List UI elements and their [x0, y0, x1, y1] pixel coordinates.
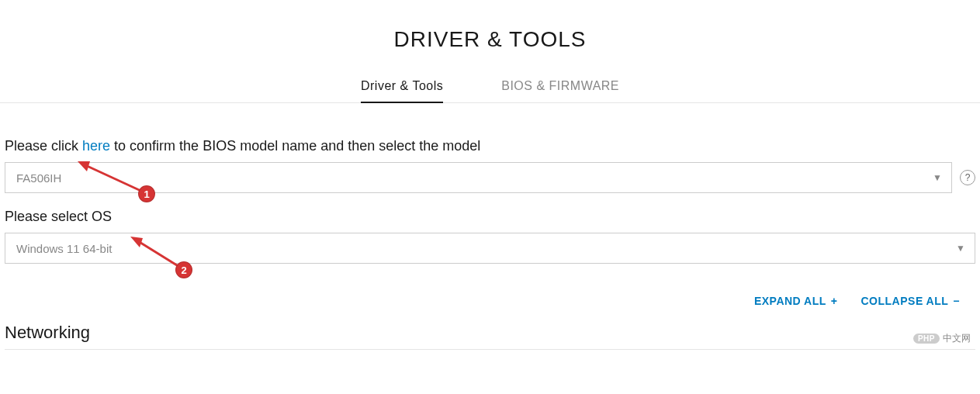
chevron-down-icon: ▼ — [933, 172, 942, 183]
model-select-value: FA506IH — [16, 171, 61, 185]
model-select-label: Please click here to confirm the BIOS mo… — [5, 138, 975, 154]
confirm-bios-link[interactable]: here — [82, 138, 110, 154]
section-tools: EXPAND ALL + COLLAPSE ALL − — [5, 295, 975, 307]
collapse-all-label: COLLAPSE ALL — [861, 295, 949, 307]
os-select[interactable]: Windows 11 64-bit ▼ — [5, 233, 975, 264]
plus-icon: + — [831, 295, 838, 307]
section-title-networking: Networking — [5, 323, 975, 343]
page-title: DRIVER & TOOLS — [0, 0, 980, 71]
tab-bios-firmware[interactable]: BIOS & FIRMWARE — [501, 71, 619, 102]
watermark-text: 中文网 — [943, 332, 971, 345]
tabs: Driver & Tools BIOS & FIRMWARE — [0, 71, 980, 103]
help-icon[interactable]: ? — [960, 170, 975, 185]
content-area: Please click here to confirm the BIOS mo… — [0, 103, 980, 350]
model-select-row: FA506IH ▼ ? — [5, 162, 975, 193]
os-select-row: Windows 11 64-bit ▼ — [5, 233, 975, 264]
minus-icon: − — [953, 295, 960, 307]
label-suffix: to confirm the BIOS model name and then … — [110, 138, 480, 154]
chevron-down-icon: ▼ — [956, 243, 965, 254]
expand-all-button[interactable]: EXPAND ALL + — [754, 295, 838, 307]
watermark: PHP 中文网 — [913, 332, 971, 345]
expand-all-label: EXPAND ALL — [754, 295, 826, 307]
os-select-value: Windows 11 64-bit — [16, 242, 112, 255]
divider — [5, 349, 975, 350]
annotation-badge-2: 2 — [175, 261, 192, 278]
collapse-all-button[interactable]: COLLAPSE ALL − — [861, 295, 961, 307]
model-select[interactable]: FA506IH ▼ — [5, 162, 952, 193]
watermark-pill: PHP — [913, 334, 940, 344]
label-prefix: Please click — [5, 138, 82, 154]
tab-driver-tools[interactable]: Driver & Tools — [361, 71, 443, 102]
os-select-label: Please select OS — [5, 209, 975, 225]
